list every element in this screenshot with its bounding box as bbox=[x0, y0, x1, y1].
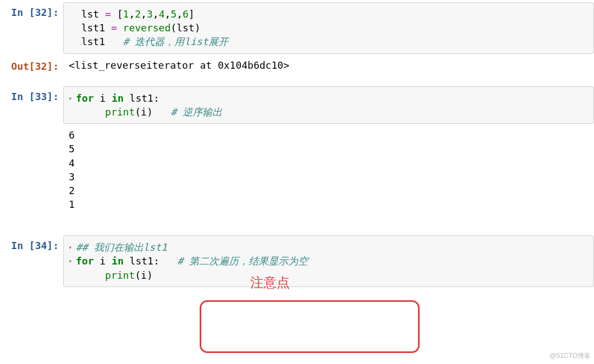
cell-in-32: In [32]: lst = [1,2,3,4,5,6] lst1 = reve… bbox=[0, 2, 594, 54]
output-line: 1 bbox=[69, 197, 588, 211]
prompt-in-34: In [34]: bbox=[0, 235, 63, 287]
code-line: print(i) bbox=[69, 268, 588, 282]
output-text: <list_reverseiterator at 0x104b6dc10> bbox=[69, 58, 588, 72]
fold-icon[interactable]: ▾ bbox=[68, 243, 76, 252]
fold-icon[interactable]: ▾ bbox=[68, 94, 76, 103]
code-line: lst = [1,2,3,4,5,6] bbox=[69, 7, 588, 21]
output-area-32: <list_reverseiterator at 0x104b6dc10> bbox=[63, 56, 594, 74]
cell-in-34: In [34]: ▾## 我们在输出lst1 ▾for i in lst1: #… bbox=[0, 235, 594, 287]
cell-out-33: 6 5 4 3 2 1 bbox=[0, 126, 594, 213]
prompt-in-33: In [33]: bbox=[0, 86, 63, 124]
cell-out-32: Out[32]: <list_reverseiterator at 0x104b… bbox=[0, 56, 594, 74]
output-line: 2 bbox=[69, 184, 588, 197]
code-area-32[interactable]: lst = [1,2,3,4,5,6] lst1 = reversed(lst)… bbox=[63, 2, 594, 54]
code-area-34[interactable]: ▾## 我们在输出lst1 ▾for i in lst1: # 第二次遍历，结果… bbox=[63, 235, 594, 287]
code-line: ▾for i in lst1: # 第二次遍历，结果显示为空 bbox=[69, 254, 588, 268]
cell-in-33: In [33]: ▾for i in lst1: print(i) # 逆序输出 bbox=[0, 86, 594, 124]
code-line: ▾for i in lst1: bbox=[69, 91, 588, 105]
prompt-out-32: Out[32]: bbox=[0, 56, 63, 74]
output-line: 4 bbox=[69, 156, 588, 170]
annotation-label: 注意点 bbox=[250, 273, 290, 292]
code-line: print(i) # 逆序输出 bbox=[69, 105, 588, 119]
code-line: ▾## 我们在输出lst1 bbox=[69, 240, 588, 254]
code-area-33[interactable]: ▾for i in lst1: print(i) # 逆序输出 bbox=[63, 86, 594, 124]
output-line: 3 bbox=[69, 170, 588, 184]
output-line: 6 bbox=[69, 128, 588, 142]
prompt-in-32: In [32]: bbox=[0, 2, 63, 54]
watermark: @51CTO博客 bbox=[549, 351, 591, 361]
annotation-box bbox=[200, 300, 420, 353]
output-area-33: 6 5 4 3 2 1 bbox=[63, 126, 594, 213]
fold-icon[interactable]: ▾ bbox=[68, 257, 76, 266]
prompt-empty bbox=[0, 126, 63, 213]
code-line: lst1 # 迭代器，用list展开 bbox=[69, 35, 588, 48]
output-line: 5 bbox=[69, 142, 588, 156]
code-line: lst1 = reversed(lst) bbox=[69, 21, 588, 35]
